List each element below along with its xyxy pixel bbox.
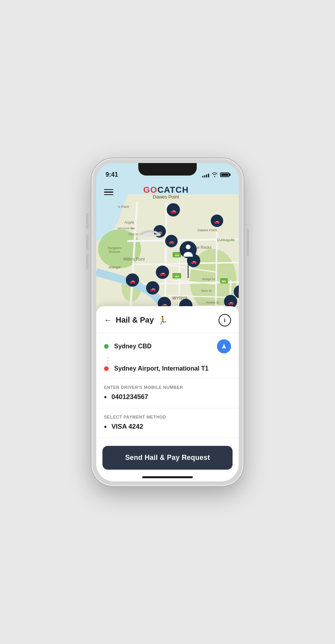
svg-text:🚗: 🚗 xyxy=(169,239,174,245)
dash-2 xyxy=(108,360,108,362)
svg-text:York St: York St xyxy=(128,232,138,236)
svg-text:Ker: Ker xyxy=(130,227,136,230)
svg-text:A4: A4 xyxy=(175,275,179,278)
signal-bar-3 xyxy=(206,174,207,177)
status-icons xyxy=(202,172,229,177)
wifi-icon xyxy=(212,172,218,177)
signal-bars-icon xyxy=(202,172,209,177)
payment-row: • VISA 4242 xyxy=(104,422,231,431)
origin-name: Sydney CBD xyxy=(114,343,152,350)
svg-text:Dubbagulle: Dubbagulle xyxy=(217,238,235,242)
logo-container: GOCATCH Dawes Point xyxy=(143,185,189,200)
svg-point-98 xyxy=(186,245,190,249)
hamburger-line-1 xyxy=(104,189,113,190)
dash-3 xyxy=(108,363,108,364)
svg-text:Millers Point: Millers Point xyxy=(123,257,145,261)
navigate-icon xyxy=(221,343,227,349)
driver-mobile-value: 0401234567 xyxy=(111,393,148,401)
signal-bar-1 xyxy=(202,176,203,177)
svg-text:🚗: 🚗 xyxy=(130,278,136,284)
logo: GOCATCH xyxy=(143,185,189,195)
payment-value: VISA 4242 xyxy=(111,423,143,431)
signal-bar-2 xyxy=(204,175,205,177)
svg-text:M1: M1 xyxy=(222,280,226,283)
destination-dot xyxy=(104,366,109,371)
bottom-panel: ← Hail & Pay 🏃 i Sydney CBD xyxy=(96,306,239,481)
svg-text:A4: A4 xyxy=(175,254,179,257)
origin-row: Sydney CBD xyxy=(104,339,231,353)
svg-text:🚗: 🚗 xyxy=(228,300,234,305)
svg-text:Reserve: Reserve xyxy=(109,250,120,254)
map-header: GOCATCH Dawes Point xyxy=(96,182,239,203)
panel-title: Hail & Pay xyxy=(116,316,154,325)
hamburger-line-3 xyxy=(104,194,113,195)
navigate-button[interactable] xyxy=(217,339,231,353)
payment-section[interactable]: SELECT PAYMENT METHOD • VISA 4242 xyxy=(96,408,239,438)
signal-bar-4 xyxy=(208,174,209,177)
info-button[interactable]: i xyxy=(219,314,231,326)
svg-text:🚗: 🚗 xyxy=(214,219,220,224)
battery-icon xyxy=(220,172,229,177)
logo-text: GOCATCH xyxy=(143,185,189,195)
hamburger-menu[interactable] xyxy=(104,189,113,195)
location-actions xyxy=(217,339,231,353)
info-icon: i xyxy=(224,317,226,323)
payment-bullet: • xyxy=(104,422,107,431)
svg-text:🚗: 🚗 xyxy=(150,286,156,292)
svg-text:'s Point: 's Point xyxy=(118,205,129,209)
driver-mobile-row: • 0401234567 xyxy=(104,393,231,402)
driver-mobile-label: ENTER DRIVER'S MOBILE NUMBER xyxy=(104,385,231,390)
back-button[interactable]: ← xyxy=(104,316,112,325)
svg-text:Bent St: Bent St xyxy=(201,289,212,293)
panel-header: ← Hail & Pay 🏃 i xyxy=(96,306,239,333)
battery-fill xyxy=(221,174,228,176)
hamburger-line-2 xyxy=(104,192,113,193)
logo-go: GO xyxy=(143,185,157,195)
running-icon: 🏃 xyxy=(158,316,168,325)
phone-wrapper: 9:41 xyxy=(86,154,249,490)
dash-1 xyxy=(108,357,108,359)
logo-catch: CATCH xyxy=(157,185,189,195)
svg-text:Argyle: Argyle xyxy=(124,220,134,224)
svg-text:Dawes Point: Dawes Point xyxy=(197,228,217,232)
svg-text:🚗: 🚗 xyxy=(160,270,166,276)
driver-mobile-section[interactable]: ENTER DRIVER'S MOBILE NUMBER • 040123456… xyxy=(96,379,239,408)
route-dashes xyxy=(104,357,231,364)
home-indicator xyxy=(142,476,193,478)
svg-text:Hunter St: Hunter St xyxy=(206,301,220,304)
status-time: 9:41 xyxy=(106,171,118,178)
location-section: Sydney CBD xyxy=(96,333,239,379)
phone-frame: 9:41 xyxy=(92,158,243,486)
svg-text:arangar: arangar xyxy=(109,265,121,269)
payment-label: SELECT PAYMENT METHOD xyxy=(104,415,231,419)
svg-text:🚗: 🚗 xyxy=(171,208,176,214)
destination-row: Sydney Airport, International T1 xyxy=(104,365,231,372)
svg-text:Kangaroo: Kangaroo xyxy=(108,246,122,250)
svg-text:Bridge St: Bridge St xyxy=(202,277,215,281)
send-hail-pay-button[interactable]: Send Hail & Pay Request xyxy=(102,446,233,470)
logo-subtitle: Dawes Point xyxy=(153,194,179,200)
panel-title-group: ← Hail & Pay 🏃 xyxy=(104,316,168,325)
phone-inner: 9:41 xyxy=(96,163,239,481)
notch xyxy=(138,163,197,176)
svg-text:🚗: 🚗 xyxy=(191,259,197,264)
origin-dot xyxy=(104,344,109,349)
svg-text:🚗: 🚗 xyxy=(238,290,239,296)
driver-mobile-bullet: • xyxy=(104,393,107,402)
destination-name: Sydney Airport, International T1 xyxy=(114,365,208,372)
